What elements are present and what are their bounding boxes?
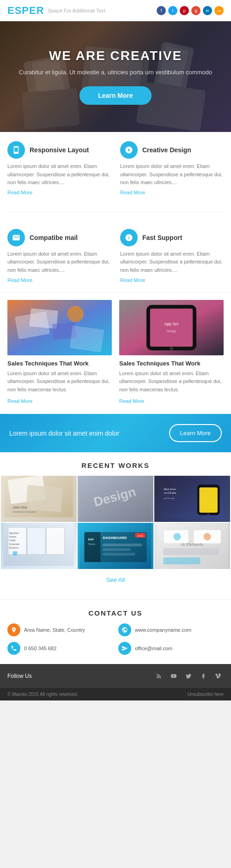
svg-point-12 [67, 305, 84, 322]
blog-text-2: Lorem ipsum dolor sit amet enim. Etiam u… [119, 370, 224, 394]
contact-email-text: office@mail.com [135, 646, 172, 651]
work-image-1: John Doe Freelancer Designer [1, 476, 77, 522]
footer-rss-icon[interactable] [153, 670, 164, 682]
linkedin-icon[interactable]: in [203, 6, 212, 15]
recent-works-title: RECENT WORKS [0, 461, 231, 469]
web-icon [118, 623, 131, 636]
features-divider [7, 212, 224, 212]
work-image-6: UI Elements [154, 523, 230, 569]
feature-text-1: Lorem ipsum dolor sit amet enim. Etiam u… [7, 162, 111, 187]
svg-rect-37 [46, 527, 64, 555]
svg-point-61 [204, 533, 211, 540]
contact-title: CONTACT US [7, 609, 224, 617]
svg-rect-50 [103, 548, 131, 551]
blog-read-more-2[interactable]: Read More [119, 398, 144, 404]
feature-compatibe-mail: Compatibe mail Lorem ipsum dolor sit ame… [7, 229, 111, 283]
footer-bottom: © Maesto 2015 All rights reserved. Unsub… [0, 688, 231, 700]
header-social-icons: f t p g in rss [157, 6, 224, 15]
footer-unsubscribe[interactable]: Unsubscribe here [188, 692, 224, 697]
compatibe-mail-icon [7, 229, 25, 246]
svg-text:Events: Events [9, 536, 17, 539]
svg-point-30 [207, 513, 209, 515]
contact-website: www.companyname.com [118, 623, 224, 636]
facebook-icon[interactable]: f [157, 6, 166, 15]
footer-youtube-icon[interactable] [168, 670, 179, 682]
blog-title-1: Sales Techniques That Work [7, 360, 112, 367]
see-all-link[interactable]: See All [106, 576, 125, 583]
footer-vimeo-icon[interactable] [213, 670, 224, 682]
footer-social-icons [153, 670, 224, 682]
work-item-6[interactable]: UI Elements [154, 523, 230, 569]
svg-rect-58 [164, 557, 201, 564]
cta-text: Lorem ipsum dolor sit amet enim dolor [9, 430, 162, 437]
header: ESPER Space For Additional Text f t p g … [0, 0, 231, 21]
googleplus-icon[interactable]: g [191, 6, 201, 15]
work-item-1[interactable]: John Doe Freelancer Designer [1, 476, 77, 522]
features-section: Responsive Layout Lorem ipsum dolor sit … [0, 132, 231, 292]
contact-location-text: Area Name, State, Country [24, 627, 85, 633]
blog-image-1 [7, 300, 112, 355]
location-icon [7, 623, 20, 636]
work-image-5: evo Theme DASHBOARD Live [78, 523, 153, 569]
logo: ESPER [7, 5, 44, 17]
work-item-5[interactable]: evo Theme DASHBOARD Live [78, 523, 153, 569]
svg-text:Corporate: Corporate [9, 543, 19, 545]
hero-content: WE ARE CREATIVE Curabitur et ligula. Ut … [10, 48, 221, 105]
svg-rect-49 [103, 544, 142, 546]
svg-text:Design: Design [166, 329, 176, 333]
work-item-3[interactable]: Most Innov on iOS plat get this app [154, 476, 230, 522]
read-more-2[interactable]: Read More [120, 190, 224, 195]
read-more-4[interactable]: Read More [120, 277, 224, 283]
hero-section: WE ARE CREATIVE Curabitur et ligula. Ut … [0, 21, 231, 132]
cta-banner: Lorem ipsum dolor sit amet enim dolor Le… [0, 414, 231, 452]
phone-icon [7, 642, 20, 655]
svg-text:evo: evo [88, 538, 94, 541]
feature-creative-design: Creative Design Lorem ipsum dolor sit am… [120, 141, 224, 195]
footer-follow-label: Follow Us [7, 673, 32, 679]
svg-text:John Doe: John Doe [12, 505, 28, 509]
rss-icon[interactable]: rss [214, 6, 224, 15]
hero-title: WE ARE CREATIVE [19, 48, 212, 63]
feature-title-3: Compatibe mail [30, 234, 78, 241]
see-all: See All [0, 569, 231, 590]
works-grid: John Doe Freelancer Designer Design [1, 476, 230, 569]
svg-text:DASHBOARD: DASHBOARD [103, 536, 127, 540]
svg-text:Freelancer Designer: Freelancer Designer [12, 511, 36, 514]
feature-header-3: Compatibe mail [7, 229, 111, 246]
svg-text:on iOS plat: on iOS plat [164, 492, 176, 495]
contact-section: CONTACT US Area Name, State, Country www… [0, 599, 231, 664]
blog-title-2: Sales Techniques That Work [119, 360, 224, 367]
twitter-icon[interactable]: t [168, 6, 177, 15]
read-more-1[interactable]: Read More [7, 190, 111, 195]
feature-title-4: Fast Support [142, 234, 182, 241]
footer-copyright: © Maesto 2015 All rights reserved. [7, 692, 78, 697]
hero-learn-more-button[interactable]: Learn More [79, 86, 151, 105]
contact-grid: Area Name, State, Country www.companynam… [7, 623, 224, 655]
hero-subtitle: Curabitur et ligula. Ut molestie a, ultr… [19, 68, 212, 77]
read-more-3[interactable]: Read More [7, 277, 111, 283]
footer-facebook-icon[interactable] [198, 670, 209, 682]
work-item-4[interactable]: Signature Events Trifold Corporate Broch… [1, 523, 77, 569]
blog-section: Sales Techniques That Work Lorem ipsum d… [0, 292, 231, 414]
blog-read-more-1[interactable]: Read More [7, 398, 32, 404]
blog-image-2: App Scr Design [119, 300, 224, 355]
svg-text:Most Innov: Most Innov [164, 488, 176, 491]
pinterest-icon[interactable]: p [180, 6, 189, 15]
feature-header-4: Fast Support [120, 229, 224, 246]
blog-text-1: Lorem ipsum dolor sit amet enim. Etiam u… [7, 370, 112, 394]
svg-rect-22 [26, 485, 63, 512]
svg-rect-57 [164, 548, 219, 555]
blog-grid: Sales Techniques That Work Lorem ipsum d… [7, 300, 224, 405]
footer-twitter-icon[interactable] [183, 670, 194, 682]
fast-support-icon [120, 229, 138, 246]
contact-phone: 0 650 345 682 [7, 642, 113, 655]
work-image-2: Design [78, 476, 153, 522]
feature-text-4: Lorem ipsum dolor sit amet enim. Etiam u… [120, 250, 224, 275]
feature-header-2: Creative Design [120, 141, 224, 159]
cta-learn-more-button[interactable]: Learn More [169, 424, 222, 442]
svg-point-19 [170, 347, 173, 350]
feature-title-1: Responsive Layout [30, 146, 89, 154]
feature-title-2: Creative Design [142, 146, 191, 154]
svg-rect-45 [85, 532, 101, 562]
work-item-2[interactable]: Design [78, 476, 153, 522]
